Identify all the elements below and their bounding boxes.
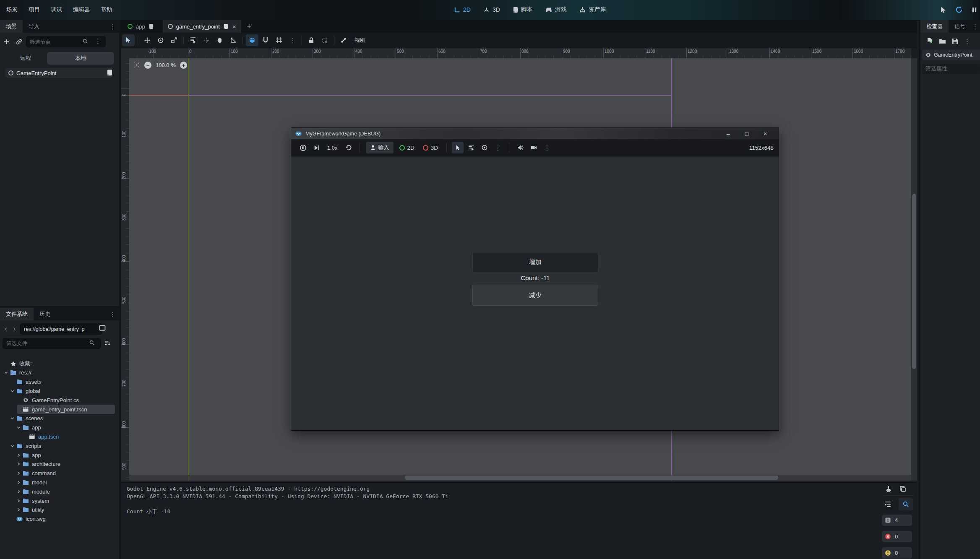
- game-window-titlebar[interactable]: MyGFrameworkGame (DEBUG) – □ ×: [291, 128, 779, 139]
- file-tree-item[interactable]: 收藏:: [0, 359, 119, 368]
- move-tool-icon[interactable]: [141, 34, 154, 46]
- zoom-in-button[interactable]: +: [180, 62, 187, 69]
- chevron-down-icon[interactable]: [16, 425, 21, 430]
- scene-tab-app[interactable]: app: [122, 20, 159, 33]
- chevron-right-icon[interactable]: [16, 480, 21, 485]
- grid-snap-icon[interactable]: [273, 34, 285, 46]
- snap-toggle-icon[interactable]: [246, 34, 258, 46]
- chevron-down-icon[interactable]: [10, 416, 15, 421]
- workspace-tab-脚本[interactable]: 脚本: [513, 6, 533, 13]
- next-frame-icon[interactable]: [310, 142, 322, 153]
- lock-selected-icon[interactable]: [305, 34, 318, 46]
- file-tree-item[interactable]: app.tscn: [0, 432, 119, 441]
- script-icon[interactable]: [107, 69, 112, 76]
- rotate-tool-icon[interactable]: [154, 34, 167, 46]
- chevron-down-icon[interactable]: [3, 370, 8, 375]
- tab-filesystem[interactable]: 文件系统: [0, 308, 34, 320]
- restart-icon[interactable]: [955, 6, 963, 13]
- decrease-button[interactable]: 减少: [472, 285, 598, 306]
- filter-properties-input[interactable]: 筛选属性: [922, 64, 980, 74]
- inspected-object-chip[interactable]: GameEntryPoint.: [922, 49, 980, 60]
- tab-scene[interactable]: 场景: [0, 20, 23, 33]
- zoom-out-button[interactable]: −: [144, 62, 151, 69]
- add-node-icon[interactable]: [0, 39, 13, 45]
- save-resource-icon[interactable]: [952, 38, 958, 44]
- file-tree-item[interactable]: app: [0, 450, 119, 460]
- pick-node-icon[interactable]: [452, 142, 464, 153]
- menu-调试[interactable]: 调试: [45, 0, 68, 19]
- workspace-tab-游戏[interactable]: 游戏: [545, 6, 567, 13]
- sort-files-icon[interactable]: [104, 340, 110, 346]
- tab-history[interactable]: 历史: [34, 308, 56, 320]
- chevron-right-icon[interactable]: [16, 471, 21, 476]
- close-button[interactable]: ×: [756, 128, 774, 139]
- local-toggle[interactable]: 本地: [47, 52, 114, 65]
- zoom-percentage[interactable]: 100.0 %: [156, 62, 176, 68]
- inspector-dock-menu-icon[interactable]: ⋮: [972, 23, 980, 30]
- chevron-down-icon[interactable]: [10, 443, 15, 448]
- viewport-hscrollbar[interactable]: [129, 475, 911, 481]
- select-tool-icon[interactable]: [122, 34, 135, 46]
- chevron-right-icon[interactable]: [16, 452, 21, 458]
- increase-button[interactable]: 增加: [472, 252, 598, 272]
- resource-menu-icon[interactable]: ⋮: [964, 38, 970, 44]
- reset-speed-icon[interactable]: [343, 142, 354, 153]
- menu-帮助[interactable]: 帮助: [96, 0, 118, 19]
- file-tree-item[interactable]: system: [0, 496, 119, 505]
- suspend-game-icon[interactable]: [297, 142, 309, 153]
- mute-audio-icon[interactable]: [514, 142, 526, 153]
- viewport-vscrollbar[interactable]: [911, 58, 917, 481]
- center-view-icon[interactable]: [133, 62, 140, 68]
- filesystem-menu-icon[interactable]: ⋮: [109, 311, 119, 317]
- scene-dock-menu-icon[interactable]: ⋮: [109, 23, 119, 30]
- nav-back-icon[interactable]: ‹: [2, 325, 10, 333]
- close-tab-icon[interactable]: ×: [232, 23, 236, 30]
- search-output-button[interactable]: [899, 498, 913, 510]
- scene-tree-root-node[interactable]: GameEntryPoint: [5, 68, 112, 78]
- new-scene-tab-icon[interactable]: +: [241, 20, 258, 33]
- chevron-down-icon[interactable]: [10, 388, 15, 393]
- focus-selection-icon[interactable]: [479, 142, 490, 153]
- show-selection-list-icon[interactable]: [187, 34, 199, 46]
- clear-output-icon[interactable]: [884, 484, 894, 494]
- collapse-messages-icon[interactable]: [883, 499, 893, 509]
- minimize-button[interactable]: –: [719, 128, 738, 139]
- file-tree-item[interactable]: assets: [0, 377, 119, 387]
- file-tree-item[interactable]: utility: [0, 505, 119, 515]
- mode-2d-button[interactable]: 2D: [399, 145, 414, 151]
- maximize-button[interactable]: □: [738, 128, 756, 139]
- camera-override-icon[interactable]: [528, 142, 540, 153]
- mode-3d-button[interactable]: 3D: [423, 145, 438, 151]
- smart-snap-icon[interactable]: [259, 34, 272, 46]
- chevron-right-icon[interactable]: [16, 462, 21, 467]
- instance-scene-icon[interactable]: [13, 39, 25, 45]
- tab-inspector[interactable]: 检查器: [920, 20, 949, 33]
- pause-icon[interactable]: [971, 7, 977, 13]
- game-debug-window[interactable]: MyGFrameworkGame (DEBUG) – □ × 1.0x: [291, 127, 779, 431]
- message-count-badge[interactable]: 4: [882, 515, 912, 526]
- remote-toggle[interactable]: 远程: [7, 52, 44, 65]
- copy-output-icon[interactable]: [898, 484, 908, 494]
- nav-forward-icon[interactable]: ›: [10, 325, 18, 333]
- menu-编辑器[interactable]: 编辑器: [68, 0, 96, 19]
- error-count-badge[interactable]: 0: [882, 531, 912, 542]
- view-menu[interactable]: 视图: [350, 36, 370, 44]
- scene-filter-menu-icon[interactable]: ⋮: [95, 38, 101, 44]
- split-dock-icon[interactable]: [99, 325, 106, 331]
- chevron-right-icon[interactable]: [16, 507, 21, 512]
- tab-signals[interactable]: 信号: [949, 20, 971, 33]
- file-tree-item[interactable]: GameEntryPoint.cs: [0, 395, 119, 405]
- new-resource-icon[interactable]: [926, 38, 933, 44]
- playback-speed[interactable]: 1.0x: [327, 145, 338, 151]
- file-tree-item[interactable]: app: [0, 423, 119, 432]
- load-resource-icon[interactable]: [939, 38, 946, 44]
- input-mode-button[interactable]: 输入: [366, 142, 394, 153]
- skeleton-options-icon[interactable]: [337, 34, 350, 46]
- vscrollbar-thumb[interactable]: [912, 194, 916, 369]
- file-tree-item[interactable]: module: [0, 487, 119, 496]
- play-cursor-icon[interactable]: [940, 6, 947, 13]
- pan-tool-icon[interactable]: [214, 34, 226, 46]
- filter-nodes-input[interactable]: [26, 36, 106, 47]
- file-tree-item[interactable]: command: [0, 469, 119, 478]
- path-input[interactable]: [20, 323, 102, 335]
